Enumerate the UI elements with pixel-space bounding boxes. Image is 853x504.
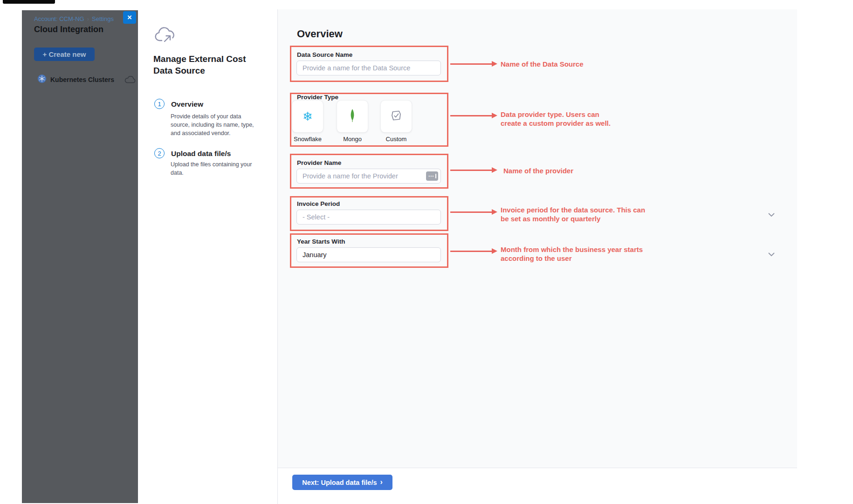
annotation-box-invoice-period xyxy=(290,196,448,231)
step-1-title[interactable]: Overview xyxy=(171,100,203,109)
kubernetes-icon xyxy=(37,74,47,85)
annotation-arrow-1 xyxy=(450,63,492,65)
screenshot-root: Account: CCM-NG›Settings Cloud Integrati… xyxy=(0,0,853,504)
page-title: Cloud Integration xyxy=(34,25,103,34)
dimmed-page-panel: Account: CCM-NG›Settings Cloud Integrati… xyxy=(22,10,138,503)
breadcrumb: Account: CCM-NG›Settings xyxy=(34,15,114,22)
next-upload-data-button[interactable]: Next: Upload data file/s › xyxy=(292,475,392,490)
step-2-indicator[interactable]: 2 xyxy=(154,148,165,158)
annotation-text-provider-name: Name of the provider xyxy=(503,166,573,175)
annotation-text-invoice-period: Invoice period for the data source. This… xyxy=(501,205,645,223)
cloud-export-icon xyxy=(155,27,176,46)
step-2-title[interactable]: Upload data file/s xyxy=(171,150,231,158)
create-new-button[interactable]: + Create new xyxy=(34,48,95,61)
step-2-description: Upload the files containing your data. xyxy=(171,160,252,177)
annotation-text-year-starts-with: Month from which the business year start… xyxy=(501,245,643,263)
wizard-side-panel xyxy=(138,9,278,504)
annotation-text-provider-type: Data provider type. Users can create a c… xyxy=(501,110,611,128)
annotation-box-data-source-name xyxy=(290,46,448,82)
overview-heading: Overview xyxy=(297,28,343,40)
close-icon[interactable]: ✕ xyxy=(123,11,136,24)
chevron-right-icon: › xyxy=(380,478,383,486)
annotation-box-year-starts-with xyxy=(290,233,448,268)
cloud-accounts-icon xyxy=(124,76,136,84)
step-1-description: Provide details of your data source, inc… xyxy=(171,112,254,137)
annotation-box-provider-type xyxy=(290,93,448,147)
tab-bar: Kubernetes Clusters C xyxy=(37,74,138,85)
step-1-indicator[interactable]: 1 xyxy=(154,99,165,109)
next-button-label: Next: Upload data file/s xyxy=(302,479,377,486)
top-black-bar xyxy=(3,0,55,4)
annotation-arrow-4 xyxy=(450,211,492,213)
wizard-title: Manage External Cost Data Source xyxy=(153,53,246,76)
breadcrumb-settings-link[interactable]: Settings xyxy=(92,15,114,22)
annotation-box-provider-name xyxy=(290,154,448,189)
annotation-arrow-3 xyxy=(450,170,492,171)
breadcrumb-separator-icon: › xyxy=(87,15,89,22)
invoice-period-chevron-down-icon[interactable] xyxy=(768,211,775,219)
annotation-text-data-source-name: Name of the Data Source xyxy=(501,60,584,68)
annotation-arrow-2 xyxy=(450,115,492,116)
breadcrumb-account-link[interactable]: Account: CCM-NG xyxy=(34,15,84,22)
tab-kubernetes-clusters[interactable]: Kubernetes Clusters xyxy=(50,76,114,83)
annotation-arrow-5 xyxy=(450,251,492,252)
year-starts-with-chevron-down-icon[interactable] xyxy=(768,250,775,259)
